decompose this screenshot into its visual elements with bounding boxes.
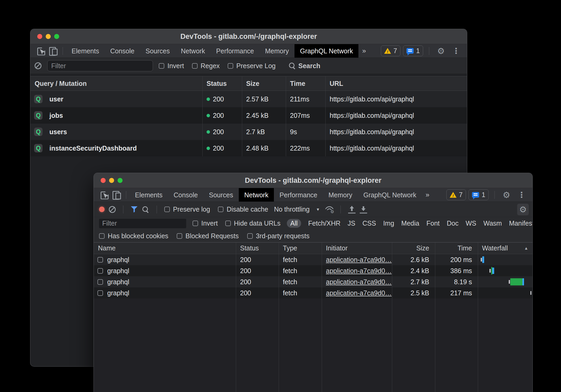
resource-type-chip[interactable]: Wasm <box>483 220 502 227</box>
devtools-tab[interactable]: Memory <box>259 44 294 58</box>
column-header-time[interactable]: Time <box>286 80 325 87</box>
panel-search-button[interactable]: Search <box>288 62 320 70</box>
clear-network-log-icon[interactable] <box>109 206 116 213</box>
devtools-tab[interactable]: GraphQL Network <box>294 44 359 58</box>
filter-option-checkbox[interactable]: Invert <box>193 220 218 227</box>
device-toolbar-icon[interactable] <box>49 46 58 55</box>
resource-type-chip[interactable]: Fetch/XHR <box>308 220 340 227</box>
graphql-request-row[interactable]: Q user 200 2.57 kB 211ms https://gitlab.… <box>30 91 467 107</box>
resource-type-chip[interactable]: Manifest <box>509 220 532 227</box>
issues-badge[interactable]: 1 <box>403 45 423 56</box>
devtools-tab[interactable]: Performance <box>211 44 259 58</box>
graphql-request-row[interactable]: Q instanceSecurityDashboard 200 2.48 kB … <box>30 140 467 156</box>
network-conditions-icon[interactable]: ⚙ <box>324 206 333 213</box>
resource-type-chip[interactable]: All <box>287 219 301 228</box>
devtools-tab[interactable]: Performance <box>274 188 323 202</box>
network-settings-button[interactable]: ⚙ <box>517 204 529 215</box>
devtools-tab[interactable]: Elements <box>129 188 168 202</box>
issues-badge[interactable]: 1 <box>469 189 489 200</box>
column-header-initiator[interactable]: Initiator <box>322 244 392 252</box>
window-titlebar[interactable]: DevTools - gitlab.com/-/graphql-explorer <box>94 173 532 188</box>
column-header-url[interactable]: URL <box>325 80 467 87</box>
devtools-tab[interactable]: Console <box>105 44 140 58</box>
inspect-element-icon[interactable] <box>100 190 109 199</box>
clear-icon[interactable] <box>35 62 41 69</box>
devtools-tab[interactable]: Console <box>168 188 203 202</box>
column-header-size[interactable]: Size <box>242 80 286 87</box>
column-header-status[interactable]: Status <box>202 80 242 87</box>
devtools-tab[interactable]: Sources <box>140 44 175 58</box>
network-request-row[interactable]: graphql 200 fetch application-a7ca9d0… 2… <box>94 265 532 276</box>
menu-dots-icon[interactable]: ⋮ <box>450 47 463 55</box>
devtools-tab[interactable]: Sources <box>203 188 239 202</box>
checkbox-icon <box>193 221 198 226</box>
export-har-icon[interactable] <box>360 206 367 213</box>
toolbar-option-checkbox[interactable]: Disable cache <box>218 206 268 213</box>
warnings-badge[interactable]: 7 <box>446 189 466 200</box>
column-header-time[interactable]: Time <box>435 244 478 252</box>
more-tabs-button[interactable]: » <box>422 191 433 199</box>
warnings-badge[interactable]: 7 <box>381 45 401 56</box>
devtools-tab[interactable]: Memory <box>323 188 358 202</box>
row-checkbox[interactable] <box>97 290 103 296</box>
resource-type-chip[interactable]: Media <box>401 220 419 227</box>
filter-funnel-icon[interactable] <box>131 206 138 213</box>
devtools-tab[interactable]: Network <box>239 188 274 202</box>
devtools-tab[interactable]: GraphQL Network <box>358 188 422 202</box>
devtools-tab[interactable]: Network <box>175 44 211 58</box>
filter-option-checkbox[interactable]: Invert <box>159 62 184 70</box>
resource-type-chip[interactable]: WS <box>466 220 476 227</box>
network-requests-table: Name Status Type Initiator Size Time Wat… <box>94 242 532 392</box>
waterfall-cell <box>478 287 532 298</box>
menu-dots-icon[interactable]: ⋮ <box>515 191 528 199</box>
request-filters-bar: Has blocked cookies Blocked Requests 3rd… <box>94 230 532 242</box>
initiator-link[interactable]: application-a7ca9d0… <box>326 256 392 263</box>
network-request-row[interactable]: graphql 200 fetch application-a7ca9d0… 2… <box>94 287 532 298</box>
column-header-name[interactable]: Name <box>94 244 236 252</box>
import-har-icon[interactable] <box>348 206 356 213</box>
column-divider <box>478 242 478 392</box>
window-titlebar[interactable]: DevTools - gitlab.com/-/graphql-explorer <box>30 29 467 44</box>
toolbar-option-checkbox[interactable]: Preserve log <box>164 206 210 213</box>
graphql-filter-input[interactable] <box>47 60 153 71</box>
devtools-tab[interactable]: Elements <box>66 44 105 58</box>
request-filter-checkbox[interactable]: 3rd-party requests <box>247 232 310 240</box>
column-header-status[interactable]: Status <box>236 244 279 252</box>
throttling-dropdown[interactable]: No throttling ▼ <box>274 206 320 213</box>
initiator-link[interactable]: application-a7ca9d0… <box>326 278 392 286</box>
more-tabs-button[interactable]: » <box>358 47 370 55</box>
column-header-size[interactable]: Size <box>392 244 435 252</box>
divider <box>157 206 157 213</box>
filter-option-checkbox[interactable]: Preserve Log <box>228 62 276 70</box>
network-filter-input[interactable] <box>99 219 186 228</box>
network-request-row[interactable]: graphql 200 fetch application-a7ca9d0… 2… <box>94 254 532 265</box>
filter-option-checkbox[interactable]: Regex <box>192 62 220 70</box>
search-icon[interactable] <box>142 206 149 213</box>
record-network-log-button[interactable] <box>99 207 105 212</box>
initiator-link[interactable]: application-a7ca9d0… <box>326 267 392 274</box>
settings-gear-icon[interactable]: ⚙ <box>501 191 512 199</box>
request-filter-checkbox[interactable]: Has blocked cookies <box>99 232 168 240</box>
resource-type-chip[interactable]: Doc <box>447 220 458 227</box>
row-checkbox[interactable] <box>97 268 103 274</box>
settings-gear-icon[interactable]: ⚙ <box>435 47 447 55</box>
graphql-request-row[interactable]: Q users 200 2.7 kB 9s https://gitlab.com… <box>30 124 467 140</box>
row-checkbox[interactable] <box>97 279 103 285</box>
resource-type-chip[interactable]: CSS <box>362 220 376 227</box>
inspect-element-icon[interactable] <box>37 46 46 55</box>
request-filter-checkbox[interactable]: Blocked Requests <box>177 232 239 240</box>
row-checkbox[interactable] <box>97 257 103 263</box>
resource-type-chip[interactable]: Img <box>383 220 394 227</box>
device-toolbar-icon[interactable] <box>112 190 121 199</box>
column-header-waterfall[interactable]: Waterfall ▲ <box>478 244 532 252</box>
graphql-request-row[interactable]: Q jobs 200 2.45 kB 207ms https://gitlab.… <box>30 107 467 124</box>
filter-option-checkbox[interactable]: Hide data URLs <box>225 220 280 227</box>
initiator-link[interactable]: application-a7ca9d0… <box>326 289 392 297</box>
column-header-type[interactable]: Type <box>279 244 322 252</box>
network-request-row[interactable]: graphql 200 fetch application-a7ca9d0… 2… <box>94 276 532 287</box>
resource-type-chip[interactable]: Font <box>426 220 440 227</box>
resource-type-chip[interactable]: JS <box>348 220 355 227</box>
column-header-query-mutation[interactable]: Query / Mutation <box>30 80 202 87</box>
query-type-badge: Q <box>34 144 43 152</box>
divider <box>429 47 429 55</box>
